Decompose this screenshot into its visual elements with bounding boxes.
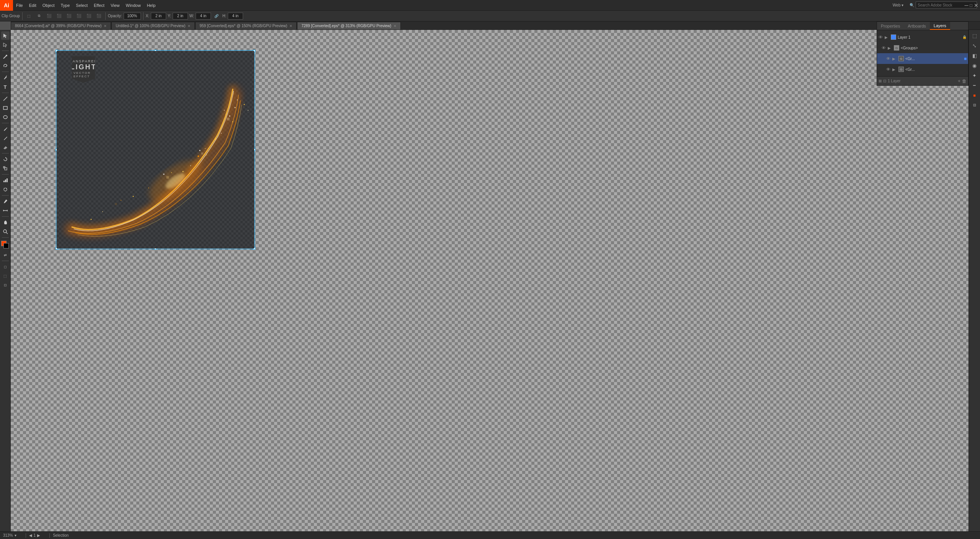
eraser-btn[interactable] <box>1 143 10 152</box>
menu-select[interactable]: Select <box>73 0 91 10</box>
fill-stroke-indicator[interactable] <box>1 241 10 250</box>
hand-btn[interactable] <box>1 218 10 227</box>
svg-point-15 <box>5 191 6 191</box>
layer-row-3[interactable]: 👁 ▶ G <Gr... <box>877 64 968 75</box>
opacity-label: Opacity: <box>108 14 122 18</box>
opacity-input[interactable] <box>124 13 141 20</box>
tab-1[interactable]: Untitled-1* @ 100% (RGB/GPU Preview) ✕ <box>111 22 195 29</box>
layer-icon-1: G <box>894 45 899 51</box>
swap-fill-stroke[interactable]: ⇄ <box>1 251 10 259</box>
appearance-icon[interactable]: ◉ <box>970 61 979 70</box>
line-tool-btn[interactable] <box>1 95 10 103</box>
zoom-dropdown-icon[interactable]: ▾ <box>15 533 16 537</box>
selection-tool-btn[interactable] <box>1 31 10 40</box>
prev-artboard-btn[interactable]: ◀ <box>29 533 32 537</box>
arrange-btn[interactable]: ⧉ <box>35 12 43 20</box>
isolate-btn[interactable]: ⬚ <box>25 12 33 20</box>
eye-icon-0[interactable]: 👁 <box>879 35 885 39</box>
eyedropper-btn[interactable] <box>1 197 10 206</box>
next-artboard-btn[interactable]: ▶ <box>37 533 40 537</box>
align-left[interactable]: ⬛ <box>45 12 53 20</box>
menu-edit[interactable]: Edit <box>26 0 39 10</box>
svg-line-2 <box>6 75 7 76</box>
pen-tool-btn[interactable] <box>1 74 10 82</box>
pathfinder-icon[interactable]: ◧ <box>970 51 979 60</box>
close-btn[interactable]: ✕ <box>974 2 978 8</box>
color-icon[interactable]: ■ <box>970 91 979 100</box>
constrain-proportions[interactable]: 🔗 <box>212 12 221 20</box>
expand-0[interactable]: ▶ <box>885 35 889 39</box>
scale-btn[interactable] <box>1 164 10 173</box>
paintbrush-btn[interactable] <box>1 125 10 133</box>
ellipse-tool-btn[interactable] <box>1 113 10 121</box>
data-brush-btn[interactable] <box>1 185 10 194</box>
workspace-selector[interactable]: Web ▾ <box>893 3 903 7</box>
status-info: Selection <box>53 533 69 537</box>
tab-0[interactable]: 8664 [Converted].ai* @ 399% (RGB/GPU Pre… <box>11 22 111 29</box>
h-input[interactable] <box>228 13 243 20</box>
expand-1[interactable]: ▶ <box>888 46 892 50</box>
align-center[interactable]: ⬛ <box>55 12 63 20</box>
make-mask-btn[interactable]: ⊡ <box>883 79 886 83</box>
align-right[interactable]: ⬛ <box>65 12 73 20</box>
menu-help[interactable]: Help <box>144 0 159 10</box>
layer-row-0[interactable]: 👁 ▶ Layer 1 🔒 <box>877 32 968 42</box>
make-clipping-btn[interactable]: ⊠ <box>879 79 882 83</box>
tab-artboards[interactable]: Artboards <box>904 22 930 30</box>
zoom-status[interactable]: 313% ▾ <box>3 533 16 537</box>
align-icon[interactable]: ⬚ <box>970 31 979 40</box>
tab-2[interactable]: 959 [Converted].eps* @ 150% (RGB/GPU Pre… <box>195 22 297 29</box>
eye-icon-2[interactable]: 👁 <box>886 56 892 61</box>
magic-wand-btn[interactable] <box>1 52 10 61</box>
menu-object[interactable]: Object <box>39 0 58 10</box>
draw-mode-behind[interactable]: ⬚ <box>1 272 10 280</box>
y-input[interactable] <box>173 13 188 20</box>
color-guide-icon[interactable]: ⚄ <box>970 101 979 109</box>
zoom-btn[interactable] <box>1 227 10 236</box>
layer-row-2[interactable]: 👁 ▶ G <Gr... ◼ <box>877 53 968 64</box>
pencil-btn[interactable] <box>1 134 10 142</box>
rotate-btn[interactable] <box>1 155 10 163</box>
tab-close-1[interactable]: ✕ <box>188 24 191 28</box>
menu-window[interactable]: Window <box>123 0 144 10</box>
eye-icon-3[interactable]: 👁 <box>886 67 892 72</box>
transform-icon[interactable]: ⤡ <box>970 41 979 50</box>
rect-tool-btn[interactable] <box>1 104 10 112</box>
draw-mode-inside[interactable]: ⊡ <box>1 281 10 289</box>
lasso-btn[interactable] <box>1 62 10 70</box>
align-top[interactable]: ⬛ <box>75 12 83 20</box>
tab-close-3[interactable]: ✕ <box>394 24 397 28</box>
graph-btn[interactable] <box>1 176 10 185</box>
direct-selection-tool-btn[interactable] <box>1 41 10 49</box>
delete-layer-btn[interactable]: 🗑 <box>962 78 967 84</box>
maximize-btn[interactable]: □ <box>970 3 972 8</box>
minimize-btn[interactable]: ─ <box>964 2 968 8</box>
expand-3[interactable]: ▶ <box>892 67 897 72</box>
graphic-styles-icon[interactable]: ✦ <box>970 71 979 80</box>
tab-close-2[interactable]: ✕ <box>289 24 292 28</box>
align-bottom[interactable]: ⬛ <box>95 12 103 20</box>
eye-icon-1[interactable]: 👁 <box>882 46 888 50</box>
align-middle[interactable]: ⬛ <box>85 12 93 20</box>
measure-btn[interactable] <box>1 206 10 215</box>
layer-row-1[interactable]: 👁 ▶ G <Groups> <box>877 42 968 53</box>
stroke-icon[interactable]: ━ <box>970 81 979 90</box>
x-input[interactable] <box>151 13 166 20</box>
add-layer-btn[interactable]: + <box>958 78 960 84</box>
type-tool-btn[interactable]: T <box>1 83 10 91</box>
tab-layers[interactable]: Layers <box>930 22 950 30</box>
expand-2[interactable]: ▶ <box>892 57 897 61</box>
tab-close-0[interactable]: ✕ <box>104 24 107 28</box>
svg-point-5 <box>3 116 7 119</box>
canvas-area[interactable]: TRANSPARENT LIGHT VECTOR EFFECT <box>11 30 969 531</box>
tab-properties[interactable]: Properties <box>877 22 904 30</box>
menu-view[interactable]: View <box>108 0 123 10</box>
layer-lock-0[interactable]: 🔒 <box>962 35 967 39</box>
svg-point-20 <box>3 230 7 233</box>
draw-mode-normal[interactable]: ◻ <box>1 263 10 271</box>
tab-3[interactable]: 7289 [Converted].eps* @ 313% (RGB/GPU Pr… <box>297 22 401 29</box>
menu-file[interactable]: File <box>13 0 26 10</box>
menu-type[interactable]: Type <box>58 0 73 10</box>
w-input[interactable] <box>196 13 211 20</box>
menu-effect[interactable]: Effect <box>91 0 108 10</box>
